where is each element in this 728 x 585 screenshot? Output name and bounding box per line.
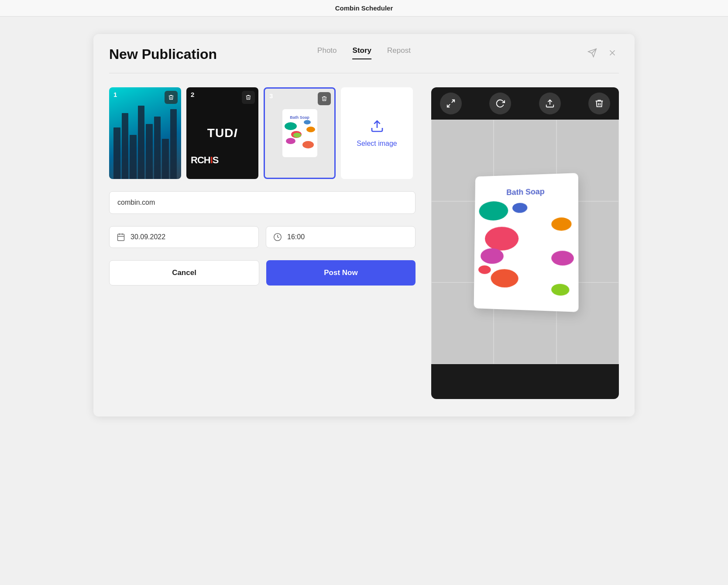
preview-toolbar [431, 87, 619, 120]
url-input[interactable] [109, 191, 416, 214]
upload-icon [370, 119, 384, 136]
tab-repost[interactable]: Repost [387, 46, 411, 59]
preview-bottom [431, 364, 619, 399]
expand-button[interactable] [440, 93, 462, 114]
share-icon [545, 99, 555, 108]
trash-icon [594, 99, 604, 108]
soap-thumb-text: Bath Soap [282, 115, 317, 120]
expand-icon [446, 99, 456, 108]
action-buttons: Cancel Post Now [109, 260, 416, 286]
send-button[interactable] [586, 46, 599, 62]
svg-line-11 [447, 104, 450, 107]
app-title-bar: Combin Scheduler [0, 0, 728, 17]
app-title: Combin Scheduler [335, 4, 393, 12]
preview-image-area: Bath Soap [431, 120, 619, 364]
date-value: 30.09.2022 [130, 233, 165, 241]
thumb-3-number: 3 [269, 92, 273, 100]
thumb-2-text-content: TUDI [207, 126, 237, 140]
preview-soap-box: Bath Soap [474, 173, 579, 312]
modal-container: New Publication Photo Story Repost [93, 34, 635, 416]
rotate-icon [495, 99, 505, 108]
left-panel: 1 TUDI [109, 87, 416, 399]
thumb-1-number: 1 [113, 91, 117, 98]
modal-header: New Publication Photo Story Repost [93, 34, 635, 62]
close-button[interactable] [606, 46, 619, 62]
svg-line-10 [452, 100, 454, 103]
thumb-1-delete-button[interactable] [165, 91, 178, 104]
close-icon [608, 48, 617, 58]
tab-story[interactable]: Story [353, 46, 371, 59]
thumbnail-1[interactable]: 1 [109, 87, 181, 179]
thumbnail-3[interactable]: Bath Soap 3 [264, 87, 336, 179]
send-icon [587, 48, 597, 58]
trash-icon [245, 94, 251, 100]
modal-body: 1 TUDI [93, 73, 635, 399]
tabs-container: Photo Story Repost [317, 46, 411, 59]
date-time-row: 30.09.2022 16:00 [109, 226, 416, 248]
post-now-button[interactable]: Post Now [266, 260, 416, 286]
thumb-2-number: 2 [191, 91, 194, 98]
calendar-icon [117, 233, 125, 241]
tab-photo[interactable]: Photo [317, 46, 337, 59]
thumb-2-subtitle: RCH [191, 155, 210, 165]
add-image-button[interactable]: Select image [341, 87, 413, 179]
rotate-button[interactable] [489, 93, 511, 114]
trash-icon [168, 94, 174, 100]
time-value: 16:00 [287, 233, 305, 241]
preview-delete-button[interactable] [588, 93, 610, 114]
page-title: New Publication [109, 46, 217, 62]
trash-icon [321, 96, 327, 102]
thumbnail-2[interactable]: TUDI RCHIS 2 [186, 87, 258, 179]
right-panel: Bath Soap [431, 87, 619, 399]
add-image-label: Select image [357, 140, 397, 148]
share-button[interactable] [539, 93, 561, 114]
image-thumbnails: 1 TUDI [109, 87, 416, 179]
cancel-button[interactable]: Cancel [109, 260, 259, 286]
thumb-3-delete-button[interactable] [318, 92, 331, 105]
svg-rect-5 [118, 234, 124, 241]
date-picker[interactable]: 30.09.2022 [109, 226, 259, 248]
header-actions [586, 46, 619, 62]
thumb-2-delete-button[interactable] [242, 91, 255, 104]
clock-icon [273, 233, 282, 241]
time-picker[interactable]: 16:00 [266, 226, 416, 248]
soap-title: Bath Soap [506, 187, 545, 197]
